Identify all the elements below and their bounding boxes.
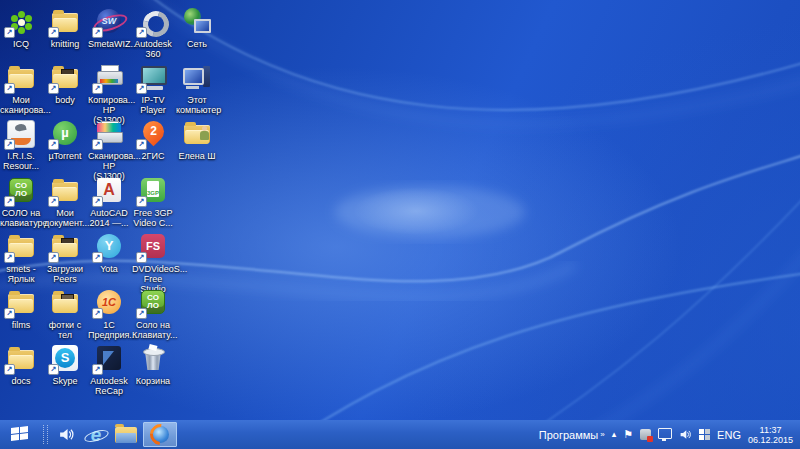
action-center-flag-icon[interactable]: ⚑ [623,429,633,440]
computer-icon [182,63,212,93]
desktop-icon-dvdvideosoft-free-studio[interactable]: FS↗DVDVideoS... Free Studio [132,232,174,294]
desktop-icon-label: 1С Предприя... [88,320,130,340]
desktop-icon-skanirova-hp[interactable]: ↗Сканирова... HP (SJ300) [88,119,130,181]
desktop-icon-2gis[interactable]: 2↗2ГИС [132,119,174,161]
desktop-icon-1c-predpriyatie[interactable]: 1С↗1С Предприя... [88,288,130,340]
tv-icon: ↗ [138,63,168,93]
desktop-icon-kopirova-hp[interactable]: ↗Копирова... HP (SJ300) [88,63,130,125]
yota-icon: Y↗ [94,232,124,262]
desktop-icon-iris-resources[interactable]: ↗I.R.I.S. Resour... [0,119,42,171]
shortcut-arrow-icon: ↗ [48,364,59,375]
desktop-icon-yota[interactable]: Y↗Yota [88,232,130,274]
folder-icon: ↗ [6,344,36,374]
recycle-icon [138,344,168,374]
shortcut-arrow-icon: ↗ [136,27,147,38]
desktop-icon-autodesk-recap[interactable]: ↗Autodesk ReCap [88,344,130,396]
language-indicator[interactable]: ENG [717,429,741,441]
desktop-icon-free-3gp-video[interactable]: 3GP↗Free 3GP Video C... [132,176,174,228]
desktop-icon-ip-tv-player[interactable]: ↗IP-TV Player [132,63,174,115]
taskbar: e Программы » ▴ ⚑ E [0,420,800,449]
desktop-icon-autocad-2014[interactable]: A↗AutoCAD 2014 —... [88,176,130,228]
show-hidden-icons-button[interactable]: ▴ [612,430,617,439]
desktop-icon-solo-na-klaviature[interactable]: СО ЛО↗СОЛО на клавиатуре [0,176,42,228]
chevron-expand-icon: » [600,431,604,439]
desktop-icon-label: Yota [88,264,130,274]
shortcut-arrow-icon: ↗ [4,308,15,319]
start-button[interactable] [0,420,40,449]
shortcut-arrow-icon: ↗ [4,364,15,375]
skype-icon: S↗ [50,344,80,374]
shortcut-arrow-icon: ↗ [92,27,103,38]
shortcut-arrow-icon: ↗ [92,364,103,375]
gp3-icon: 3GP↗ [138,176,168,206]
quick-launch-volume-button[interactable] [51,420,81,449]
desktop-icon-autodesk-360[interactable]: ↗Autodesk 360 [132,7,174,59]
shortcut-arrow-icon: ↗ [48,27,59,38]
iris-icon: ↗ [6,119,36,149]
desktop-icon-utorrent[interactable]: µ↗µTorrent [44,119,86,161]
taskbar-firefox-button[interactable] [143,422,177,447]
a360-icon: ↗ [138,7,168,37]
desktop-icon-skype[interactable]: S↗Skype [44,344,86,386]
desktop-icon-label: Елена Ш [176,151,218,161]
desktop-icon-label: knitting [44,39,86,49]
fs-icon: FS↗ [138,232,168,262]
desktop-icon-label: 2ГИС [132,151,174,161]
desktop-icon-grid: ↗ICQ↗knittingSW↗SmetaWIZ...↗Autodesk 360… [0,0,230,420]
folder-open-icon [50,288,80,318]
desktop-icon-icq[interactable]: ↗ICQ [0,7,42,49]
tray-app-alert-icon[interactable] [640,429,651,440]
desktop-icon-smets-yarlyk[interactable]: ↗smets - Ярлык [0,232,42,284]
desktop-icon-films[interactable]: ↗films [0,288,42,330]
desktop-icon-etot-kompyuter[interactable]: Этот компьютер [176,63,218,115]
desktop-icon-solo-na-klaviatu[interactable]: СО ЛО↗Соло на Клавиату... [132,288,174,340]
desktop-icon-label: Корзина [132,376,174,386]
firefox-icon [150,424,171,445]
volume-tray-icon[interactable] [679,428,692,441]
desktop-icon-label: smets - Ярлык [0,264,42,284]
desktop-icon-moi-skanirova[interactable]: ↗Мои сканирова... [0,63,42,115]
desktop-icon-fotki-s-tel[interactable]: фотки с тел [44,288,86,340]
shortcut-arrow-icon: ↗ [136,308,147,319]
shortcut-arrow-icon: ↗ [136,252,147,263]
desktop-icon-label: SmetaWIZ... [88,39,130,49]
shortcut-arrow-icon: ↗ [4,83,15,94]
desktop-icon-docs[interactable]: ↗docs [0,344,42,386]
shortcut-arrow-icon: ↗ [48,252,59,263]
folder-person-icon [182,119,212,149]
desktop-icon-zagruzki-peers[interactable]: ↗Загрузки Peers [44,232,86,284]
desktop-icon-body[interactable]: ↗body [44,63,86,105]
desktop-icon-knitting[interactable]: ↗knitting [44,7,86,49]
folder-icon: ↗ [50,7,80,37]
taskbar-internet-explorer-button[interactable]: e [81,420,111,449]
quick-launch-grip[interactable] [43,425,48,444]
folder-icon: ↗ [50,176,80,206]
desktop: ↗ICQ↗knittingSW↗SmetaWIZ...↗Autodesk 360… [0,0,800,449]
folder-icon: ↗ [6,288,36,318]
desktop-icon-smetawiz[interactable]: SW↗SmetaWIZ... [88,7,130,49]
network-tray-icon[interactable] [658,428,672,439]
desktop-icon-elena-sh[interactable]: Елена Ш [176,119,218,161]
taskbar-file-explorer-button[interactable] [111,420,141,449]
desktop-icon-korzina[interactable]: Корзина [132,344,174,386]
windows-start-icon [11,426,29,443]
desktop-icon-label: films [0,320,42,330]
programs-toolbar[interactable]: Программы » [539,429,605,441]
folder-icon: ↗ [6,63,36,93]
clock[interactable]: 11:37 06.12.2015 [748,425,793,445]
shortcut-arrow-icon: ↗ [4,27,15,38]
desktop-icon-label: ICQ [0,39,42,49]
desktop-icon-label: Autodesk ReCap [88,376,130,396]
desktop-icon-moi-dokumenty[interactable]: ↗Мои документ... [44,176,86,228]
desktop-icon-label: фотки с тел [44,320,86,340]
desktop-icon-set[interactable]: Сеть [176,7,218,49]
windows-tray-icon[interactable] [699,429,710,440]
shortcut-arrow-icon: ↗ [92,252,103,263]
desktop-icon-label: Соло на Клавиату... [132,320,174,340]
shortcut-arrow-icon: ↗ [136,83,147,94]
shortcut-arrow-icon: ↗ [92,308,103,319]
shortcut-arrow-icon: ↗ [4,139,15,150]
scanner-icon: ↗ [94,119,124,149]
autocad-icon: A↗ [94,176,124,206]
desktop-icon-label: Этот компьютер [176,95,218,115]
